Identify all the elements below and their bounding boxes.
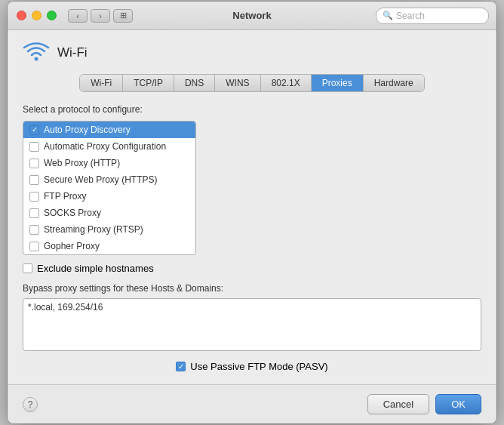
checkbox-gopher-proxy[interactable]	[29, 242, 39, 251]
protocol-item-web-proxy-http[interactable]: Web Proxy (HTTP)	[23, 155, 195, 171]
protocol-label-gopher-proxy: Gopher Proxy	[44, 241, 100, 251]
protocol-label-secure-web-proxy: Secure Web Proxy (HTTPS)	[44, 174, 157, 185]
footer: ? Cancel OK	[8, 384, 496, 423]
protocol-item-streaming-proxy[interactable]: Streaming Proxy (RTSP)	[23, 221, 195, 238]
minimize-button[interactable]	[32, 11, 41, 20]
protocol-item-secure-web-proxy[interactable]: Secure Web Proxy (HTTPS)	[23, 171, 195, 188]
protocol-label-ftp-proxy: FTP Proxy	[44, 191, 86, 202]
tab-bar: Wi-Fi TCP/IP DNS WINS 802.1X Proxies Har…	[79, 74, 424, 92]
protocol-item-auto-proxy-discovery[interactable]: Auto Proxy Discovery	[23, 122, 195, 138]
window-title: Network	[232, 10, 271, 21]
protocol-item-automatic-proxy-config[interactable]: Automatic Proxy Configuration	[23, 138, 195, 155]
checkbox-socks-proxy[interactable]	[29, 208, 39, 218]
back-button[interactable]: ‹	[68, 9, 88, 23]
bypass-label: Bypass proxy settings for these Hosts & …	[23, 283, 481, 294]
tabs-container: Wi-Fi TCP/IP DNS WINS 802.1X Proxies Har…	[23, 74, 481, 92]
passive-ftp-label: Use Passive FTP Mode (PASV)	[190, 361, 327, 372]
svg-point-0	[35, 57, 38, 61]
titlebar: ‹ › ⊞ Network 🔍 Search	[8, 2, 496, 30]
tab-tcpip[interactable]: TCP/IP	[123, 75, 174, 91]
passive-ftp-row: Use Passive FTP Mode (PASV)	[23, 361, 481, 372]
exclude-checkbox[interactable]	[23, 263, 32, 273]
tab-proxies[interactable]: Proxies	[312, 75, 364, 91]
search-icon: 🔍	[383, 11, 393, 20]
main-content: Wi-Fi Wi-Fi TCP/IP DNS WINS 802.1X Proxi…	[8, 30, 496, 384]
wifi-icon	[23, 42, 50, 63]
protocol-item-gopher-proxy[interactable]: Gopher Proxy	[23, 238, 195, 254]
checkbox-streaming-proxy[interactable]	[29, 225, 39, 235]
checkbox-secure-web-proxy[interactable]	[29, 175, 39, 185]
tab-dns[interactable]: DNS	[174, 75, 215, 91]
search-box[interactable]: 🔍 Search	[376, 8, 489, 24]
protocol-section-label: Select a protocol to configure:	[23, 104, 481, 115]
forward-button[interactable]: ›	[91, 9, 110, 23]
protocol-list: Auto Proxy Discovery Automatic Proxy Con…	[23, 121, 196, 255]
footer-buttons: Cancel OK	[367, 394, 481, 414]
traffic-lights	[17, 11, 57, 20]
checkbox-ftp-proxy[interactable]	[29, 192, 39, 202]
exclude-row: Exclude simple hostnames	[23, 263, 481, 274]
protocol-label-socks-proxy: SOCKS Proxy	[44, 208, 101, 218]
tab-hardware[interactable]: Hardware	[364, 75, 424, 91]
checkbox-automatic-proxy-config[interactable]	[29, 142, 39, 152]
protocol-label-web-proxy-http: Web Proxy (HTTP)	[44, 158, 120, 168]
checkbox-auto-proxy-discovery[interactable]	[29, 125, 39, 135]
help-button[interactable]: ?	[23, 397, 38, 412]
maximize-button[interactable]	[47, 11, 57, 20]
wifi-header: Wi-Fi	[23, 42, 481, 63]
exclude-label: Exclude simple hostnames	[37, 263, 154, 274]
protocol-label-automatic-proxy-config: Automatic Proxy Configuration	[44, 141, 166, 152]
protocol-label-auto-proxy-discovery: Auto Proxy Discovery	[44, 125, 131, 135]
ok-button[interactable]: OK	[435, 394, 481, 414]
protocol-item-ftp-proxy[interactable]: FTP Proxy	[23, 188, 195, 205]
grid-button[interactable]: ⊞	[113, 9, 133, 23]
wifi-label: Wi-Fi	[57, 45, 88, 60]
close-button[interactable]	[17, 11, 26, 20]
network-window: ‹ › ⊞ Network 🔍 Search Wi-Fi	[8, 2, 496, 423]
protocol-label-streaming-proxy: Streaming Proxy (RTSP)	[44, 224, 143, 235]
cancel-button[interactable]: Cancel	[367, 394, 429, 414]
tab-8021x[interactable]: 802.1X	[261, 75, 312, 91]
nav-buttons: ‹ › ⊞	[68, 9, 133, 23]
protocol-item-socks-proxy[interactable]: SOCKS Proxy	[23, 205, 195, 221]
search-placeholder: Search	[396, 11, 425, 21]
tab-wins[interactable]: WINS	[215, 75, 260, 91]
tab-wifi[interactable]: Wi-Fi	[80, 75, 123, 91]
passive-ftp-checkbox[interactable]	[176, 362, 186, 371]
bypass-textarea[interactable]: *.local, 169.254/16	[23, 298, 481, 351]
checkbox-web-proxy-http[interactable]	[29, 159, 39, 168]
